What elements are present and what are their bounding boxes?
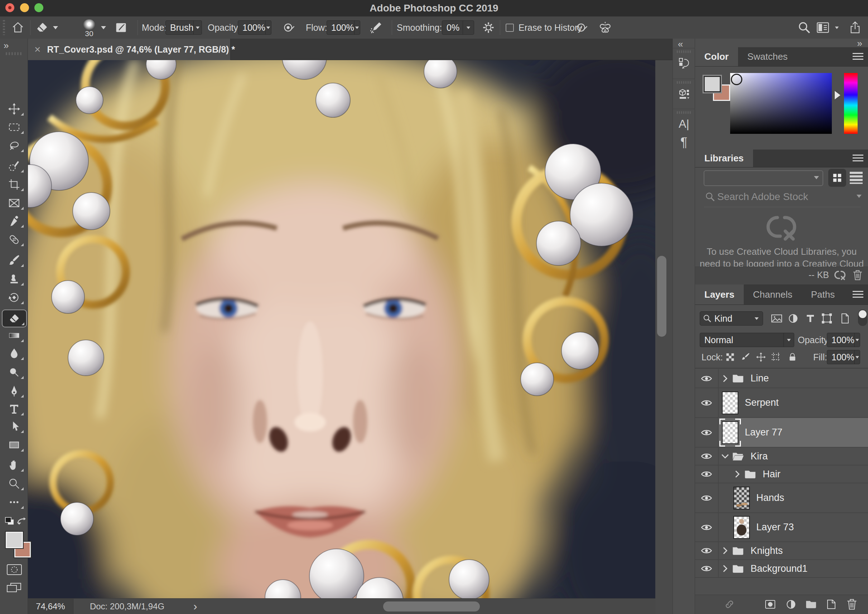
layers-opacity-select[interactable]: 100%	[827, 333, 860, 347]
layer-name[interactable]: Knights	[751, 545, 783, 557]
tab-channels[interactable]: Channels	[744, 284, 802, 304]
layer-row-layer-73[interactable]: Layer 73	[695, 513, 868, 542]
lock-transparency-icon[interactable]	[725, 352, 735, 362]
foreground-color-swatch[interactable]	[6, 532, 23, 548]
new-group-icon[interactable]	[805, 598, 817, 610]
layers-panel-menu-icon[interactable]	[852, 291, 863, 299]
default-colors-icon[interactable]	[4, 517, 15, 526]
layer-name[interactable]: Kira	[751, 451, 768, 462]
layer-name[interactable]: Serpent	[745, 397, 779, 408]
panel-grip[interactable]	[677, 81, 691, 84]
chevron-down-icon[interactable]	[721, 454, 729, 459]
layer-row-serpent[interactable]: Serpent	[695, 388, 868, 418]
screen-mode-icon[interactable]	[6, 582, 22, 594]
layer-visibility-toggle[interactable]	[695, 560, 719, 577]
close-tab-icon[interactable]: ×	[34, 43, 41, 56]
grid-view-button[interactable]	[828, 169, 846, 187]
eraser-tool-preset-icon[interactable]	[36, 21, 49, 34]
workspace-switcher-icon[interactable]	[817, 21, 829, 34]
cc-sync-status-icon[interactable]	[833, 270, 847, 281]
layer-thumbnail-selected[interactable]	[722, 421, 738, 444]
search-icon[interactable]	[798, 21, 811, 34]
lock-all-icon[interactable]	[787, 352, 798, 362]
layer-filtering-toggle[interactable]	[858, 310, 867, 326]
quick-mask-icon[interactable]	[6, 564, 22, 575]
document-tab[interactable]: × RT_Cover3.psd @ 74,6% (Layer 77, RGB/8…	[28, 39, 230, 60]
chevron-right-icon[interactable]	[723, 547, 728, 555]
chevron-down-icon[interactable]	[835, 26, 839, 29]
chevron-down-icon[interactable]	[101, 26, 106, 29]
chevron-right-icon[interactable]	[735, 470, 740, 478]
layer-row-knights[interactable]: Knights	[695, 542, 868, 560]
layer-thumbnail[interactable]	[733, 487, 750, 510]
new-layer-icon[interactable]	[825, 598, 837, 610]
list-view-button[interactable]	[850, 172, 863, 184]
tab-paths[interactable]: Paths	[802, 284, 845, 304]
vertical-scrollbar[interactable]	[657, 256, 666, 337]
zoom-level-field[interactable]: 74,64%	[28, 598, 73, 614]
tool-eraser[interactable]	[2, 310, 27, 327]
tool-history-brush[interactable]	[3, 289, 25, 305]
layer-name[interactable]: Line	[751, 373, 769, 384]
chevron-right-icon[interactable]	[723, 564, 728, 572]
tool-hand[interactable]	[3, 457, 25, 473]
tool-clone-stamp[interactable]	[3, 270, 25, 287]
tool-quick-selection[interactable]	[3, 157, 25, 174]
layer-visibility-toggle[interactable]	[695, 465, 719, 483]
tool-move[interactable]	[3, 101, 25, 117]
new-adjustment-layer-icon[interactable]	[785, 598, 797, 610]
hue-slider-pointer[interactable]	[835, 91, 840, 99]
tool-brush[interactable]	[3, 252, 25, 268]
layer-name[interactable]: Layer 77	[745, 427, 782, 438]
hue-slider[interactable]	[844, 73, 858, 134]
layer-row-hands[interactable]: Hands	[695, 484, 868, 513]
paint-symmetry-butterfly-icon[interactable]	[599, 21, 611, 34]
tool-path-selection[interactable]	[3, 418, 25, 434]
airbrush-icon[interactable]	[370, 21, 383, 34]
tool-rectangular-marquee[interactable]	[3, 119, 25, 135]
tab-color[interactable]: Color	[695, 47, 738, 66]
filter-type-layers-icon[interactable]	[804, 313, 816, 324]
tool-crop[interactable]	[3, 176, 25, 192]
blend-mode-select[interactable]: Normal	[700, 333, 794, 347]
filter-adjustment-layers-icon[interactable]	[787, 313, 799, 324]
filter-pixel-layers-icon[interactable]	[771, 313, 782, 324]
layer-visibility-toggle[interactable]	[695, 484, 719, 512]
erase-to-history-checkbox[interactable]	[506, 23, 514, 32]
smoothing-select[interactable]: 0%	[442, 20, 474, 35]
chevron-right-icon[interactable]	[723, 375, 728, 383]
layer-row-background1[interactable]: Background1	[695, 560, 868, 578]
tool-spot-healing-brush[interactable]	[3, 231, 25, 248]
filter-shape-layers-icon[interactable]	[821, 313, 832, 324]
swap-colors-icon[interactable]	[17, 517, 26, 526]
opacity-select[interactable]: 100%	[238, 20, 271, 35]
canvas-artwork[interactable]	[28, 60, 655, 598]
layer-visibility-toggle[interactable]	[695, 542, 719, 559]
edit-toolbar-ellipsis-icon[interactable]	[3, 494, 25, 510]
libraries-panel-menu-icon[interactable]	[852, 155, 863, 163]
share-icon[interactable]	[849, 21, 862, 34]
color-foreground-swatch[interactable]	[704, 76, 721, 92]
lock-image-icon[interactable]	[741, 352, 751, 362]
history-panel-icon[interactable]	[673, 54, 695, 72]
toggle-brush-settings-icon[interactable]	[115, 21, 128, 34]
color-picker-marker[interactable]	[731, 74, 742, 85]
brush-preview-icon[interactable]	[83, 19, 95, 30]
tool-gradient[interactable]	[3, 327, 25, 344]
layer-filter-select[interactable]: Kind	[700, 311, 763, 326]
options-bar-grip[interactable]	[3, 20, 5, 35]
layer-visibility-toggle[interactable]	[695, 369, 719, 388]
tool-pen[interactable]	[3, 383, 25, 399]
character-panel-icon[interactable]: A|	[673, 115, 695, 133]
tool-rectangle[interactable]	[3, 437, 25, 453]
layer-row-kira[interactable]: Kira	[695, 448, 868, 465]
flow-select[interactable]: 100%	[327, 20, 360, 35]
paragraph-panel-icon[interactable]: ¶	[673, 133, 695, 152]
status-options-chevron[interactable]: ›	[193, 598, 197, 614]
layer-visibility-toggle[interactable]	[695, 388, 719, 417]
home-icon[interactable]	[11, 21, 24, 34]
panel-grip[interactable]	[677, 111, 691, 114]
layer-name[interactable]: Background1	[751, 563, 807, 574]
layer-visibility-toggle[interactable]	[695, 513, 719, 541]
pressure-opacity-icon[interactable]	[283, 21, 296, 34]
